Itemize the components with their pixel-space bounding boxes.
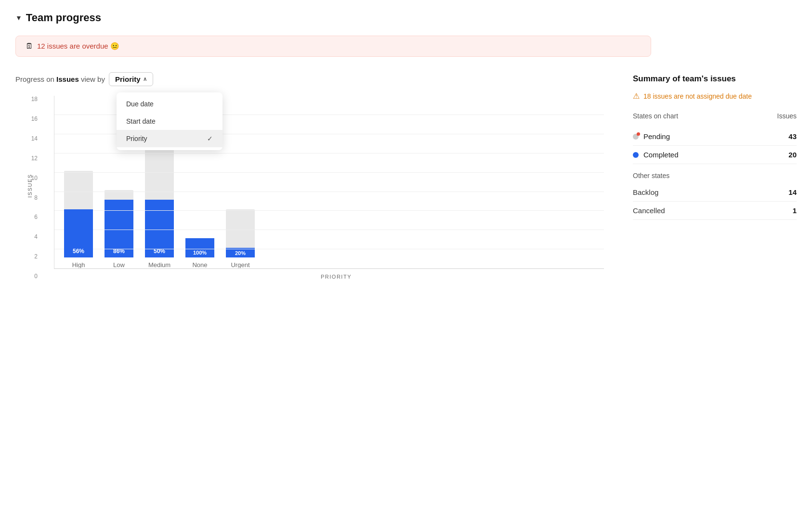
y-tick-18: 18	[24, 96, 38, 102]
other-state-row-backlog: Backlog 14	[633, 183, 797, 202]
bar-group-medium: 50% Medium	[145, 142, 174, 269]
bar-pending-medium	[145, 142, 174, 200]
view-by-dropdown-button[interactable]: Priority ∧	[109, 72, 154, 86]
chart-container: ISSUES 0 2 4 6 8 10 12 14 16 18	[15, 96, 604, 308]
bar-pct-medium: 50%	[154, 248, 165, 255]
states-header-left: States on chart	[633, 112, 678, 120]
summary-section: Summary of team's issues ⚠ 18 issues are…	[633, 72, 797, 308]
main-content: Progress on Issues view by Priority ∧ Du…	[15, 72, 797, 308]
dropdown-selected-label: Priority	[115, 75, 141, 83]
bar-group-none: 100% None	[185, 238, 214, 269]
state-row-left-pending: Pending	[633, 132, 670, 141]
calendar-icon: 🗓	[26, 42, 33, 51]
chart-section: Progress on Issues view by Priority ∧ Du…	[15, 72, 604, 308]
y-tick-2: 2	[24, 253, 38, 260]
bar-pct-none: 100%	[193, 250, 207, 256]
other-state-count-cancelled: 1	[793, 206, 797, 215]
dropdown-item-priority[interactable]: Priority ✓	[117, 130, 223, 147]
grid-line	[54, 230, 604, 230]
dot-completed	[633, 152, 639, 158]
bar-label-high: High	[72, 261, 85, 269]
overdue-text: 12 issues are overdue 😐	[37, 42, 119, 51]
grid-line	[54, 249, 604, 249]
bar-completed-none: 100%	[185, 238, 214, 257]
bar-completed-medium: 50%	[145, 200, 174, 257]
y-tick-12: 12	[24, 155, 38, 162]
grid-line	[54, 268, 604, 269]
x-axis-title: PRIORITY	[68, 274, 604, 280]
state-row-pending: Pending 43	[633, 128, 797, 146]
y-tick-8: 8	[24, 194, 38, 201]
other-state-row-cancelled: Cancelled 1	[633, 202, 797, 220]
y-tick-4: 4	[24, 233, 38, 240]
grid-line	[54, 153, 604, 154]
other-states-label: Other states	[633, 172, 797, 179]
view-by-row: Progress on Issues view by Priority ∧	[15, 72, 604, 86]
bar-pending-low	[105, 190, 133, 200]
warning-text: 18 issues are not assigned due date	[643, 92, 752, 100]
bar-group-urgent: 20% Urgent	[226, 209, 255, 269]
state-label-completed: Completed	[643, 151, 679, 159]
states-header: States on chart Issues	[633, 112, 797, 122]
pending-badge	[637, 132, 640, 136]
view-by-prefix: Progress on Issues view by	[15, 75, 105, 83]
page-title-row: ▼ Team progress	[15, 12, 797, 24]
bar-pct-high: 56%	[73, 248, 84, 255]
other-state-label-cancelled: Cancelled	[633, 206, 665, 215]
summary-title: Summary of team's issues	[633, 74, 797, 84]
y-tick-6: 6	[24, 214, 38, 220]
y-tick-10: 10	[24, 175, 38, 181]
warning-row: ⚠ 18 issues are not assigned due date	[633, 91, 797, 101]
other-state-count-backlog: 14	[788, 188, 797, 196]
grid-line	[54, 210, 604, 211]
y-tick-0: 0	[24, 273, 38, 280]
bar-completed-high: 56%	[64, 209, 93, 257]
other-state-label-backlog: Backlog	[633, 188, 658, 196]
chevron-up-icon: ∧	[143, 76, 147, 82]
state-count-completed: 20	[788, 151, 797, 159]
state-row-completed: Completed 20	[633, 146, 797, 164]
bar-pct-urgent: 20%	[235, 250, 246, 256]
bar-group-low: 86% Low	[105, 190, 133, 269]
states-header-right: Issues	[777, 112, 797, 120]
bar-pending-high	[64, 171, 93, 209]
page-title: Team progress	[26, 12, 101, 24]
state-row-left-completed: Completed	[633, 151, 679, 159]
y-tick-16: 16	[24, 115, 38, 122]
chevron-icon: ▼	[15, 14, 22, 22]
grid-line	[54, 192, 604, 192]
bar-label-medium: Medium	[148, 261, 170, 269]
view-by-dropdown-menu: Due date Start date Priority ✓	[117, 92, 223, 150]
bar-label-none: None	[192, 261, 207, 269]
bar-pct-low: 86%	[113, 248, 125, 255]
bar-completed-urgent: 20%	[226, 248, 255, 257]
bar-label-low: Low	[113, 261, 125, 269]
dropdown-item-start-date[interactable]: Start date	[117, 113, 223, 130]
bar-group-high: 56% High	[64, 171, 93, 269]
warning-icon: ⚠	[633, 91, 640, 101]
state-label-pending: Pending	[643, 132, 670, 141]
check-icon: ✓	[207, 135, 213, 142]
grid-line	[54, 172, 604, 173]
bar-label-urgent: Urgent	[231, 261, 249, 269]
overdue-banner: 🗓 12 issues are overdue 😐	[15, 36, 651, 57]
bar-completed-low: 86%	[105, 200, 133, 257]
state-count-pending: 43	[788, 132, 797, 141]
dropdown-item-due-date[interactable]: Due date	[117, 95, 223, 113]
bar-pending-urgent	[226, 209, 255, 248]
y-axis-ticks: 0 2 4 6 8 10 12 14 16 18	[24, 96, 38, 280]
y-tick-14: 14	[24, 135, 38, 142]
